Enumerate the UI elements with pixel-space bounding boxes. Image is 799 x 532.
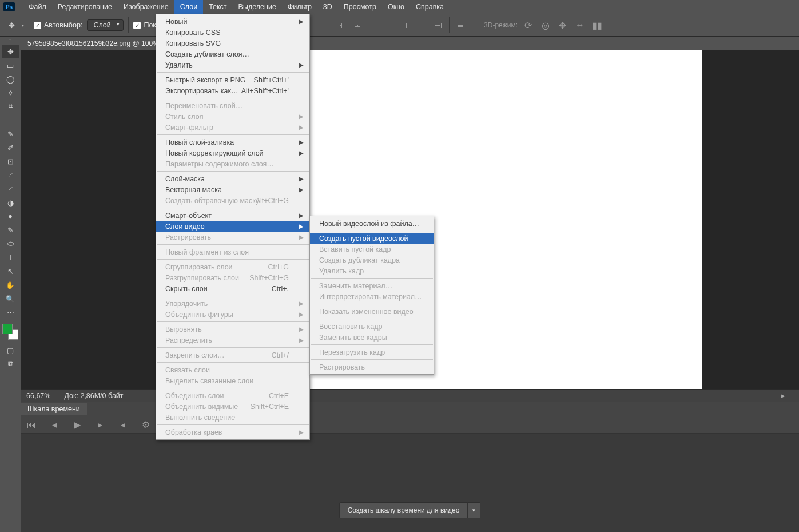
- color-swatches[interactable]: [2, 324, 18, 340]
- tool-5[interactable]: ⌐: [2, 113, 19, 127]
- menu-item: Переименовать слой…: [156, 100, 309, 111]
- settings-icon[interactable]: ⚙: [140, 419, 152, 431]
- align-bottom-icon[interactable]: ⫣: [432, 19, 444, 31]
- tool-18[interactable]: 🔍: [2, 292, 19, 305]
- roll-icon[interactable]: ◎: [539, 19, 552, 31]
- play-icon[interactable]: ▶: [71, 419, 84, 431]
- menu-item[interactable]: Удалить▶: [156, 59, 309, 70]
- timeline-tab[interactable]: Шкала времени: [21, 403, 87, 415]
- tool-0[interactable]: ✥: [2, 45, 19, 58]
- tool-9[interactable]: ⟋: [2, 168, 19, 182]
- menu-слои[interactable]: Слои: [174, 0, 203, 14]
- tool-12[interactable]: ●: [2, 209, 19, 223]
- move-tool-icon[interactable]: ✥: [5, 18, 18, 32]
- tool-8[interactable]: ⊡: [2, 154, 19, 168]
- menu-item[interactable]: Новый корректирующий слой▶: [156, 148, 309, 158]
- submenu-arrow-icon: ▶: [299, 311, 304, 317]
- menu-текст[interactable]: Текст: [203, 0, 232, 14]
- menu-separator: [157, 388, 309, 388]
- prev-frame-icon[interactable]: ◂: [48, 419, 61, 431]
- tool-4[interactable]: ⌗: [2, 100, 19, 113]
- menu-item[interactable]: Новый видеослой из файла…: [310, 218, 434, 229]
- align-left-icon[interactable]: ⫞: [335, 19, 347, 31]
- align-right-icon[interactable]: ⫟: [369, 19, 381, 31]
- dropdown-arrow-icon[interactable]: ▾: [22, 23, 24, 28]
- tool-6[interactable]: ✎: [2, 127, 19, 141]
- tool-15[interactable]: T: [2, 251, 19, 264]
- menu-separator: [311, 319, 433, 319]
- menu-выделение[interactable]: Выделение: [233, 0, 282, 14]
- status-flyout-icon[interactable]: ▸: [781, 391, 785, 400]
- menu-файл[interactable]: Файл: [23, 0, 52, 14]
- zoom-level[interactable]: 66,67%: [26, 392, 50, 400]
- menu-item[interactable]: Создать пустой видеослой: [310, 233, 434, 244]
- menu-item-label: Растрировать: [165, 233, 211, 241]
- menu-item[interactable]: Экспортировать как…Alt+Shift+Ctrl+': [156, 85, 309, 96]
- timeline-controls: ⏮ ◂ ▶ ▸ ◂ ⚙ ✂ ▭: [21, 416, 799, 434]
- auto-select-mode-dropdown[interactable]: Слой: [87, 19, 124, 31]
- menu-item: Восстановить кадр: [310, 321, 434, 332]
- menu-окно[interactable]: Окно: [382, 0, 410, 14]
- tool-10[interactable]: ⟋: [2, 182, 19, 196]
- menu-item-label: Объединить фигуры: [165, 311, 233, 319]
- menu-item: Новый фрагмент из слоя: [156, 247, 309, 257]
- document-tab[interactable]: 5795d985e3f081562159b32e.png @ 100% (R…: [21, 37, 799, 50]
- menu-item: Выделить связанные слои: [156, 375, 309, 386]
- tool-16[interactable]: ↖: [2, 264, 19, 278]
- tool-2[interactable]: ◯: [2, 72, 19, 86]
- tool-17[interactable]: ✋: [2, 278, 19, 292]
- next-frame-icon[interactable]: ▸: [94, 419, 106, 431]
- orbit-icon[interactable]: ⟳: [522, 19, 535, 31]
- menu-separator: [157, 98, 309, 98]
- menu-item[interactable]: Создать дубликат слоя…: [156, 49, 309, 59]
- timeline-body[interactable]: Создать шкалу времени для видео ▾: [21, 434, 799, 532]
- menu-3d[interactable]: 3D: [317, 0, 338, 14]
- tool-13[interactable]: ✎: [2, 223, 19, 237]
- foreground-swatch[interactable]: [2, 324, 13, 334]
- tool-1[interactable]: ▭: [2, 58, 19, 72]
- menu-shortcut: Ctrl+/: [272, 351, 289, 359]
- menu-item: Заменить материал…: [310, 280, 434, 291]
- tool-7[interactable]: ✐: [2, 141, 19, 154]
- align-top-icon[interactable]: ⫤: [397, 19, 410, 31]
- quickmask-icon[interactable]: ▢: [2, 343, 19, 357]
- menu-item[interactable]: Быстрый экспорт в PNGShift+Ctrl+': [156, 74, 309, 85]
- menu-изображение[interactable]: Изображение: [118, 0, 174, 14]
- menu-item[interactable]: Слои видео▶: [156, 221, 309, 232]
- menu-item[interactable]: Слой-маска▶: [156, 173, 309, 184]
- menu-item[interactable]: Новый слой-заливка▶: [156, 137, 309, 148]
- distribute-icon[interactable]: ⫨: [454, 19, 467, 31]
- menu-просмотр[interactable]: Просмотр: [338, 0, 382, 14]
- menu-item[interactable]: Скрыть слоиCtrl+,: [156, 283, 309, 294]
- menu-справка[interactable]: Справка: [410, 0, 450, 14]
- menu-separator: [157, 296, 309, 296]
- create-video-timeline-button[interactable]: Создать шкалу времени для видео: [339, 502, 468, 518]
- align-middle-icon[interactable]: ⫥: [415, 19, 427, 31]
- goto-first-icon[interactable]: ⏮: [25, 419, 38, 431]
- menu-фильтр[interactable]: Фильтр: [282, 0, 317, 14]
- menu-item[interactable]: Новый▶: [156, 16, 309, 27]
- camera-icon[interactable]: ▮▮: [591, 19, 603, 31]
- menu-item[interactable]: Векторная маска▶: [156, 184, 309, 195]
- menu-редактирование[interactable]: Редактирование: [52, 0, 118, 14]
- slide-icon[interactable]: ↔: [574, 19, 586, 31]
- grip-icon[interactable]: »: [9, 39, 11, 42]
- menu-item: Удалить кадр: [310, 265, 434, 276]
- mute-icon[interactable]: ◂: [117, 419, 129, 431]
- screenmode-icon[interactable]: ⧉: [2, 357, 19, 371]
- create-timeline-dropdown-icon[interactable]: ▾: [468, 502, 480, 518]
- menu-item: Упорядочить▶: [156, 298, 309, 309]
- tool-11[interactable]: ◑: [2, 196, 19, 209]
- menu-item[interactable]: Копировать CSS: [156, 27, 309, 38]
- doc-size[interactable]: Док: 2,86M/0 байт: [64, 392, 123, 400]
- menu-item[interactable]: Копировать SVG: [156, 38, 309, 49]
- submenu-arrow-icon: ▶: [299, 124, 304, 130]
- auto-select-checkbox[interactable]: ✓Автовыбор:: [34, 21, 82, 29]
- tool-19[interactable]: ⋯: [2, 305, 19, 319]
- submenu-arrow-icon: ▶: [299, 212, 304, 219]
- pan-icon[interactable]: ✥: [556, 19, 569, 31]
- align-center-h-icon[interactable]: ⫠: [352, 19, 364, 31]
- tool-14[interactable]: ⬭: [2, 237, 19, 251]
- tool-3[interactable]: ✧: [2, 86, 19, 100]
- menu-item[interactable]: Смарт-объект▶: [156, 210, 309, 221]
